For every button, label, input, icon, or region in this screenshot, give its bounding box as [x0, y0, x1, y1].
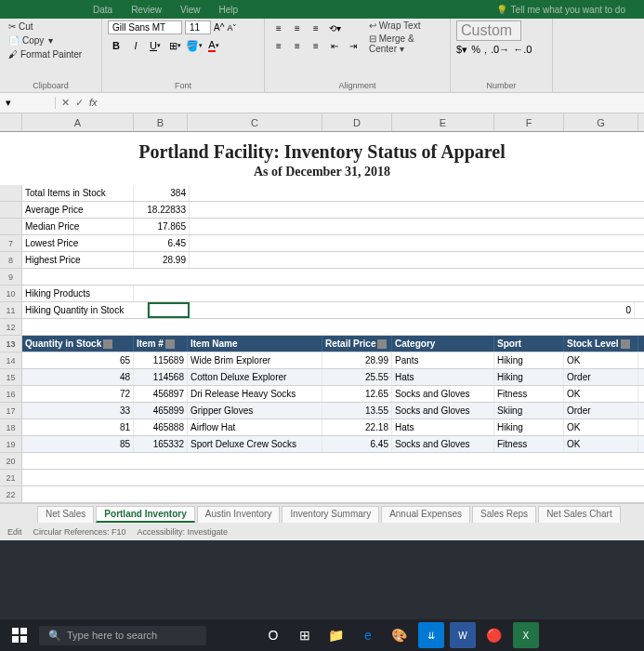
summary-row[interactable]: Total Items in Stock384 — [0, 185, 644, 202]
increase-font-icon[interactable]: A^ — [214, 22, 224, 33]
col-stock-level[interactable]: Stock Level — [564, 336, 638, 352]
taskbar-search[interactable]: 🔍Type here to search — [39, 626, 206, 645]
select-all-corner[interactable] — [0, 113, 22, 131]
col-category[interactable]: Category — [392, 336, 494, 352]
copy-button[interactable]: 📄Copy▾ — [6, 34, 96, 46]
table-row[interactable]: 17 33 465899 Gripper Gloves 13.55 Socks … — [0, 403, 644, 419]
format-painter-button[interactable]: 🖌Format Painter — [6, 48, 96, 60]
tab-help[interactable]: Help — [218, 5, 238, 15]
start-button[interactable] — [6, 621, 33, 649]
empty-row[interactable]: 21 — [0, 470, 644, 486]
col-header-a[interactable]: A — [22, 113, 134, 131]
orientation-button[interactable]: ⟲▾ — [326, 20, 343, 35]
comma-button[interactable]: , — [484, 44, 487, 56]
merge-center-button[interactable]: ⊟ Merge & Center ▾ — [369, 33, 444, 54]
filter-icon[interactable] — [377, 339, 387, 349]
table-row[interactable]: 18 81 465888 Airflow Hat 22.18 Hats Hiki… — [0, 419, 644, 436]
percent-button[interactable]: % — [471, 44, 480, 56]
align-top-button[interactable]: ≡ — [270, 20, 287, 35]
excel-icon[interactable]: X — [513, 622, 539, 648]
filter-icon[interactable] — [165, 339, 175, 349]
summary-row[interactable]: Median Price17.865 — [0, 219, 644, 235]
fx-icon[interactable]: fx — [89, 97, 98, 109]
cancel-formula-button[interactable]: ✕ — [61, 97, 70, 109]
col-item-num[interactable]: Item # — [134, 336, 188, 352]
table-row[interactable]: 19 85 165332 Sport Deluxe Crew Socks 6.4… — [0, 436, 644, 453]
italic-button[interactable]: I — [127, 37, 144, 54]
currency-button[interactable]: $▾ — [456, 44, 467, 56]
row-9[interactable]: 9 — [0, 269, 644, 286]
filter-icon[interactable] — [621, 339, 630, 349]
cortana-icon[interactable]: O — [260, 622, 286, 648]
name-box[interactable]: ▾ — [0, 97, 56, 109]
font-name-select[interactable]: Gill Sans MT — [108, 20, 182, 34]
font-group: Gill Sans MT 11 A^ A˅ B I U▾ ⊞▾ 🪣▾ A▾ Fo… — [102, 19, 265, 92]
filter-icon[interactable] — [103, 339, 112, 349]
align-bottom-button[interactable]: ≡ — [308, 20, 324, 35]
col-retail-price[interactable]: Retail Price — [322, 336, 392, 352]
tab-review[interactable]: Review — [131, 5, 162, 15]
col-header-b[interactable]: B — [134, 113, 188, 131]
sheet-tab[interactable]: Inventory Summary — [282, 506, 379, 523]
cut-button[interactable]: ✂Cut — [6, 20, 96, 33]
file-explorer-icon[interactable]: 📁 — [323, 622, 349, 648]
sheet-tab[interactable]: Net Sales — [37, 506, 94, 523]
chrome-icon[interactable]: 🔴 — [481, 622, 507, 648]
tab-view[interactable]: View — [180, 5, 201, 15]
sheet-tab[interactable]: Net Sales Chart — [538, 506, 621, 523]
row-11[interactable]: 11 Hiking Quantity in Stock 0 — [0, 302, 644, 319]
underline-button[interactable]: U▾ — [147, 37, 164, 54]
col-header-g[interactable]: G — [564, 113, 638, 131]
col-header-e[interactable]: E — [392, 113, 494, 131]
increase-decimal-button[interactable]: .0→ — [491, 44, 509, 56]
worksheet[interactable]: Portland Facility: Inventory Status of A… — [0, 132, 644, 503]
number-format-select[interactable]: Custom — [456, 20, 521, 41]
row-10[interactable]: 10 Hiking Products — [0, 286, 644, 302]
empty-row[interactable]: 20 — [0, 453, 644, 470]
table-row[interactable]: 14 65 115689 Wide Brim Explorer 28.99 Pa… — [0, 352, 644, 369]
align-middle-button[interactable]: ≡ — [289, 20, 306, 35]
active-cell[interactable] — [148, 302, 190, 318]
task-view-icon[interactable]: ⊞ — [292, 622, 318, 648]
summary-row[interactable]: 8Highest Price28.99 — [0, 252, 644, 269]
align-left-button[interactable]: ≡ — [270, 38, 287, 53]
row-12[interactable]: 12 — [0, 319, 644, 336]
status-accessibility: Accessibility: Investigate — [138, 527, 229, 537]
title-block: Portland Facility: Inventory Status of A… — [0, 132, 644, 185]
col-header-c[interactable]: C — [188, 113, 322, 131]
col-header-f[interactable]: F — [494, 113, 564, 131]
empty-row[interactable]: 22 — [0, 486, 644, 503]
sheet-tab[interactable]: Sales Reps — [472, 506, 536, 523]
decrease-decimal-button[interactable]: ←.0 — [513, 44, 532, 56]
app-icon-2[interactable]: ⇊ — [418, 622, 444, 648]
tell-me-search[interactable]: 💡 Tell me what you want to do — [496, 5, 625, 15]
bold-button[interactable]: B — [108, 37, 125, 54]
table-row[interactable]: 15 48 114568 Cotton Deluxe Explorer 25.5… — [0, 369, 644, 386]
sheet-tab[interactable]: Annual Expenses — [381, 506, 470, 523]
word-icon[interactable]: W — [450, 622, 476, 648]
table-row[interactable]: 16 72 456897 Dri Release Heavy Socks 12.… — [0, 386, 644, 403]
align-center-button[interactable]: ≡ — [289, 38, 306, 53]
col-header-d[interactable]: D — [322, 113, 392, 131]
sheet-tab[interactable]: Austin Inventory — [197, 506, 281, 523]
wrap-text-button[interactable]: ↩ Wrap Text — [369, 20, 444, 31]
increase-indent-button[interactable]: ⇥ — [345, 38, 361, 53]
sheet-tab[interactable]: Portland Inventory — [96, 506, 194, 523]
decrease-indent-button[interactable]: ⇤ — [326, 38, 343, 53]
col-sport[interactable]: Sport — [494, 336, 564, 352]
col-quantity[interactable]: Quantity in Stock — [22, 336, 134, 352]
font-size-select[interactable]: 11 — [185, 20, 211, 34]
align-right-button[interactable]: ≡ — [308, 38, 324, 53]
col-item-name[interactable]: Item Name — [188, 336, 322, 352]
app-icon[interactable]: 🎨 — [387, 622, 413, 648]
edge-icon[interactable]: e — [355, 622, 381, 648]
summary-row[interactable]: Average Price18.22833 — [0, 202, 644, 219]
border-button[interactable]: ⊞▾ — [166, 37, 183, 54]
tab-data[interactable]: Data — [93, 5, 112, 15]
summary-row[interactable]: 7Lowest Price6.45 — [0, 235, 644, 252]
fill-color-button[interactable]: 🪣▾ — [186, 37, 203, 54]
font-color-button[interactable]: A▾ — [205, 37, 222, 54]
enter-formula-button[interactable]: ✓ — [75, 97, 84, 109]
decrease-font-icon[interactable]: A˅ — [227, 23, 237, 33]
brush-icon: 🖌 — [8, 49, 18, 60]
